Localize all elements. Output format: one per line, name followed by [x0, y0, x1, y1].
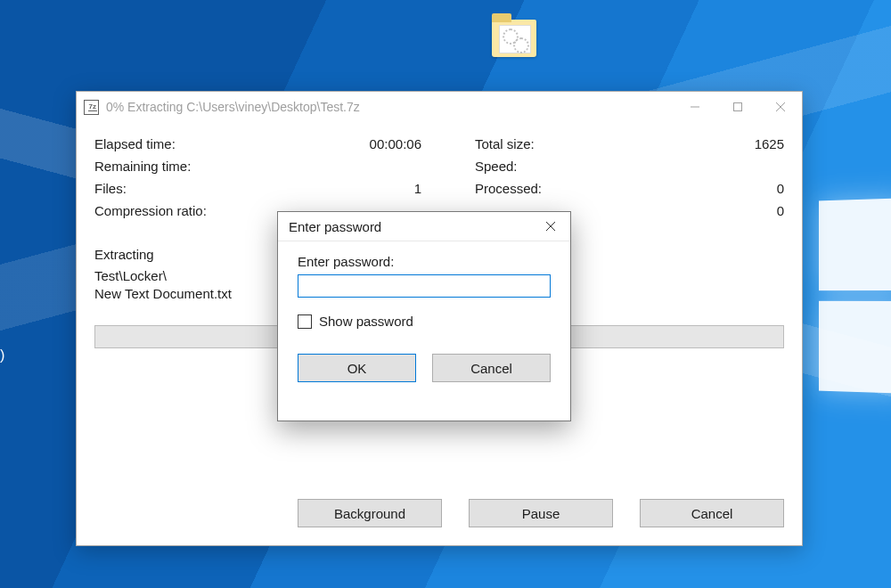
total-value: 1625 [609, 136, 784, 151]
minimize-button[interactable] [674, 92, 716, 122]
stats-grid: Elapsed time: 00:00:06 Total size: 1625 … [94, 136, 784, 218]
modal-close-button[interactable] [531, 212, 570, 241]
password-label: Enter password: [298, 254, 551, 269]
elapsed-label: Elapsed time: [94, 136, 246, 151]
stray-text: ) [0, 347, 4, 363]
password-modal: Enter password Enter password: Show pass… [277, 211, 571, 421]
svg-rect-1 [734, 103, 742, 111]
app-icon: 7z [84, 100, 99, 115]
password-input[interactable] [298, 274, 551, 298]
desktop-folder-icon[interactable] [492, 20, 536, 57]
files-label: Files: [94, 181, 246, 196]
window-title: 0% Extracting C:\Users\viney\Desktop\Tes… [106, 100, 674, 114]
file-path-name: New Text Document.txt [94, 286, 232, 301]
processed-label: Processed: [475, 181, 609, 196]
remaining-value [246, 159, 421, 174]
processed-value: 0 [609, 181, 784, 196]
files-value: 1 [246, 181, 421, 196]
modal-cancel-button[interactable]: Cancel [432, 354, 551, 382]
modal-ok-button[interactable]: OK [298, 354, 416, 382]
background-button[interactable]: Background [298, 499, 442, 527]
windows-logo-icon [819, 194, 891, 396]
show-password-checkbox[interactable] [298, 314, 312, 329]
remaining-label: Remaining time: [94, 159, 246, 174]
ratio-label: Compression ratio: [94, 203, 246, 218]
speed-label: Speed: [475, 159, 609, 174]
total-label: Total size: [475, 136, 609, 151]
modal-title: Enter password [289, 219, 531, 234]
titlebar[interactable]: 7z 0% Extracting C:\Users\viney\Desktop\… [77, 92, 802, 122]
compressed-value: 0 [609, 203, 784, 218]
pause-button[interactable]: Pause [469, 499, 613, 527]
maximize-button[interactable] [716, 92, 759, 122]
close-button[interactable] [759, 92, 802, 122]
cancel-button[interactable]: Cancel [640, 499, 784, 527]
file-path-dir: Test\Locker\ [94, 268, 167, 283]
modal-titlebar[interactable]: Enter password [278, 212, 570, 241]
show-password-label: Show password [319, 314, 413, 329]
speed-value [609, 159, 784, 174]
elapsed-value: 00:00:06 [246, 136, 421, 151]
